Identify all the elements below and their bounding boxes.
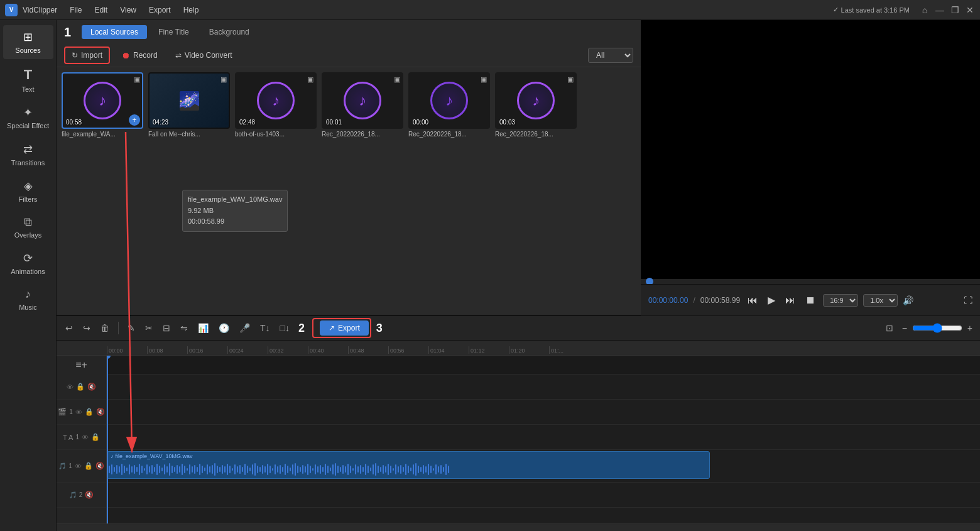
eye-icon-a1[interactable]: 👁 [75,463,82,470]
mute-icon-a1[interactable]: 🔇 [95,462,104,470]
sidebar-item-music[interactable]: ♪ Music [3,283,53,316]
rewind-button[interactable]: ⏮ [745,292,760,309]
svg-rect-8 [129,464,130,474]
toolbar-row: ↻ Import ⏺ Record ⇌ Video Convert All Vi… [57,44,641,67]
svg-rect-99 [357,466,359,473]
audio-track-icon: 🎵 [58,463,66,469]
media-add-btn-1[interactable]: + [129,114,140,126]
svg-rect-88 [330,468,331,471]
svg-rect-130 [435,464,437,474]
window-controls: ⌂ — ❐ ✕ [920,5,975,15]
current-time: 00:00:00.00 [648,296,688,305]
tab-fine-title[interactable]: Fine Title [150,25,198,39]
redo-button[interactable]: ↪ [79,320,94,336]
audio-icon-v1[interactable]: 🔇 [87,383,96,391]
playhead[interactable] [107,356,108,523]
stop-button[interactable]: ⏹ [803,292,818,309]
media-item-4[interactable]: ♪ 00:01 ▣ Rec_20220226_18... [322,72,403,310]
maximize-button[interactable]: ❐ [950,5,960,15]
track-label-video2: 🎬 1 👁 🔒 🔇 [57,400,106,425]
svg-rect-46 [224,466,226,473]
chart-button[interactable]: 📊 [194,320,212,336]
sidebar-item-animations[interactable]: ⟳ Animations [3,246,53,280]
undo-button[interactable]: ↩ [62,320,77,336]
menu-help[interactable]: Help [181,4,202,16]
audio-icon-v2[interactable]: 🔇 [96,408,105,416]
media-item-1[interactable]: ♪ 00:58 + ▣ file_example_WA... [62,72,143,310]
filter-select[interactable]: All Video Audio Image [588,48,633,63]
video-convert-button[interactable]: ⇌ Video Convert [169,48,239,63]
play-button[interactable]: ▶ [765,292,778,309]
media-item-6[interactable]: ♪ 00:03 ▣ Rec_20220226_18... [495,72,577,310]
export-button[interactable]: ↗ Export [320,320,369,336]
delete-button[interactable]: 🗑 [97,320,113,336]
volume-button[interactable]: 🔊 [903,295,913,305]
minimize-button[interactable]: — [935,5,945,15]
zoom-slider[interactable] [912,323,962,333]
eye-icon-t1[interactable]: 👁 [82,434,89,441]
tab-local-sources[interactable]: Local Sources [82,25,147,39]
clock-button[interactable]: 🕐 [215,320,233,336]
menu-export[interactable]: Export [146,4,173,16]
aspect-ratio-select[interactable]: 16:9 [823,294,858,307]
toolbar-separator-1 [118,322,119,334]
zoom-out-button[interactable]: − [900,322,910,334]
tab-background[interactable]: Background [200,25,258,39]
menu-edit[interactable]: Edit [92,4,111,16]
fullscreen-button[interactable]: ⛶ [964,295,972,305]
close-button[interactable]: ✕ [965,5,975,15]
ruler-mark-0: 00:00 [107,346,147,354]
fast-forward-button[interactable]: ⏭ [783,292,798,309]
app-name: VidClipper [23,6,57,14]
main-layout: ⊞ Sources T Text ✦ Special Effect ⇄ Tran… [0,20,980,531]
cut-button[interactable]: ✂ [141,320,156,336]
lock-icon-v2[interactable]: 🔒 [85,408,94,416]
track-labels: ≡+ 👁 🔒 🔇 🎬 1 👁 🔒 🔇 [57,356,107,523]
text-button[interactable]: T↓ [256,320,274,336]
svg-rect-23 [166,466,168,473]
svg-rect-98 [355,464,356,474]
svg-rect-111 [388,464,389,475]
svg-rect-112 [390,466,391,473]
eye-icon-v2[interactable]: 👁 [75,408,82,416]
eye-icon-v1[interactable]: 👁 [67,383,74,391]
media-item-5[interactable]: ♪ 00:00 ▣ Rec_20220226_18... [408,72,490,310]
menu-file[interactable]: File [67,4,84,16]
svg-rect-36 [199,464,200,475]
svg-rect-68 [280,465,281,474]
sidebar-item-text[interactable]: T Text [3,62,53,98]
ruler-mark-8: 01:04 [428,346,469,354]
sidebar-item-overlays[interactable]: ⧉ Overlays [3,211,53,244]
menu-view[interactable]: View [117,4,139,16]
lock-icon-a1[interactable]: 🔒 [84,462,93,470]
svg-rect-132 [440,465,442,474]
svg-rect-60 [259,467,261,472]
sidebar-item-transitions[interactable]: ⇄ Transitions [3,138,53,172]
fit-button[interactable]: ⊡ [882,320,897,336]
split-button[interactable]: ⊟ [159,320,174,336]
home-icon[interactable]: ⌂ [920,5,930,15]
speed-select[interactable]: 1.0x [863,294,898,307]
horizontal-scrollbar[interactable] [57,523,980,531]
sidebar-item-special-effect[interactable]: ✦ Special Effect [3,101,53,135]
media-duration-4: 00:01 [326,119,342,126]
sidebar-item-sources[interactable]: ⊞ Sources [3,25,53,59]
mirror-button[interactable]: ⇋ [177,320,192,336]
sidebar-item-filters[interactable]: ◈ Filters [3,174,53,208]
track-label-title: T A 1 👁 🔒 [57,425,106,450]
audio-clip[interactable]: ♪ file_example_WAV_10MG.wav [107,451,710,479]
lock-icon-v1[interactable]: 🔒 [76,383,85,391]
svg-rect-72 [290,468,291,471]
add-track-button[interactable]: ≡+ [75,359,87,371]
lock-icon-t1[interactable]: 🔒 [91,433,100,441]
record-button[interactable]: ⏺ Record [115,47,164,63]
svg-rect-31 [187,468,188,471]
mic-button[interactable]: 🎤 [236,320,254,336]
media-duration-1: 00:58 [66,119,82,126]
import-button[interactable]: ↻ Import [64,47,110,64]
mute-icon-a2[interactable]: 🔇 [85,491,94,499]
zoom-in-button[interactable]: + [965,322,975,334]
svg-rect-107 [378,466,379,473]
subtitle-button[interactable]: □↓ [276,320,293,336]
edit-button[interactable]: ✎ [124,320,139,336]
